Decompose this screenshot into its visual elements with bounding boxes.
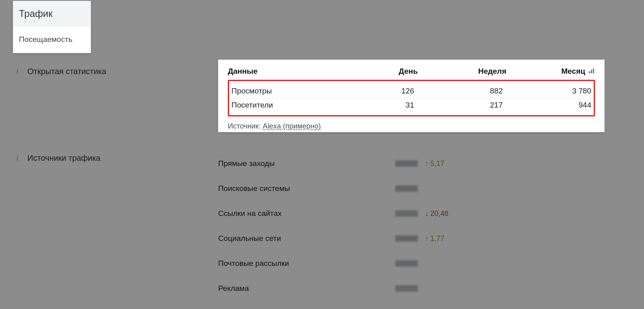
stats-header-row: Данные День Неделя Месяц <box>228 67 595 76</box>
col-header-data: Данные <box>228 67 345 76</box>
nav-attendance-label: Посещаемость <box>19 35 72 44</box>
cell-month: 944 <box>503 101 591 110</box>
svg-rect-2 <box>593 68 594 73</box>
table-row: Посетители 31 217 944 <box>231 98 592 112</box>
tab-traffic[interactable]: Трафик <box>13 1 91 26</box>
stats-highlight-box: Просмотры 126 882 3 780 Посетители 31 21… <box>228 80 595 116</box>
cell-day: 126 <box>342 87 414 95</box>
dim-overlay <box>0 0 644 309</box>
source-prefix: Источник: <box>228 122 263 130</box>
stats-card: Данные День Неделя Месяц Просмотры 126 8… <box>218 60 605 132</box>
nav-attendance[interactable]: Посещаемость <box>13 26 91 53</box>
col-header-week: Неделя <box>418 67 506 76</box>
cell-day: 31 <box>342 101 414 110</box>
source-link[interactable]: Alexa (примерно) <box>263 122 321 130</box>
cell-label: Посетители <box>231 101 342 110</box>
tab-traffic-label: Трафик <box>19 8 53 19</box>
cell-month: 3 780 <box>503 87 591 95</box>
stats-source-line: Источник: Alexa (примерно) <box>228 122 595 131</box>
col-header-month[interactable]: Месяц <box>506 67 595 76</box>
bar-chart-icon[interactable] <box>588 67 595 76</box>
col-header-day: День <box>345 67 418 76</box>
col-header-month-label: Месяц <box>561 67 585 76</box>
table-row: Просмотры 126 882 3 780 <box>231 84 592 98</box>
traffic-popout: Трафик Посещаемость <box>13 1 91 53</box>
cell-week: 217 <box>414 101 503 110</box>
cell-week: 882 <box>414 87 503 95</box>
cell-label: Просмотры <box>231 87 342 95</box>
svg-rect-1 <box>591 70 592 73</box>
svg-rect-0 <box>589 71 590 73</box>
